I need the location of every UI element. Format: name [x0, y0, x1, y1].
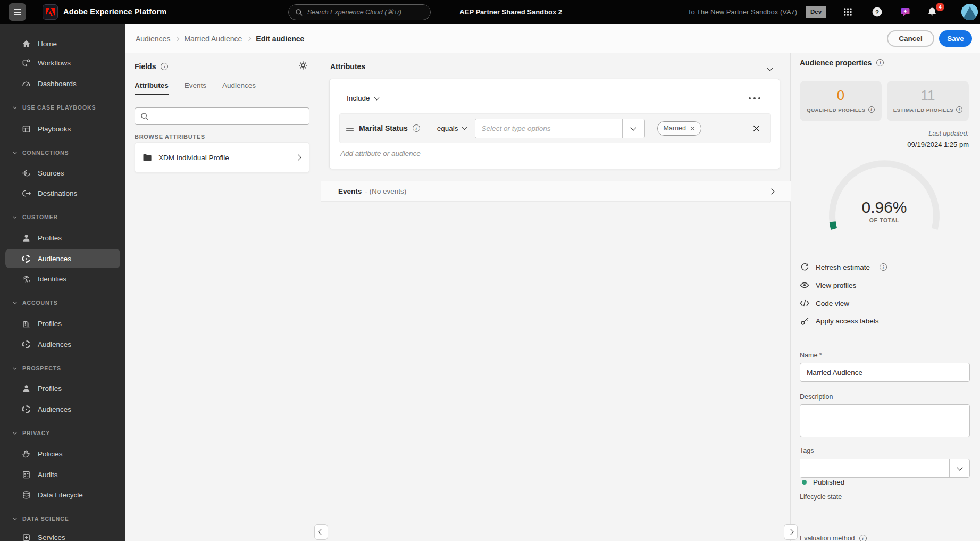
help-icon: ? — [872, 7, 882, 17]
value-dropdown-button[interactable] — [622, 119, 644, 138]
info-icon[interactable]: i — [956, 106, 962, 113]
code-view-link[interactable]: Code view — [800, 297, 849, 310]
sidebar-section-customer[interactable]: CUSTOMER — [13, 213, 119, 221]
info-icon[interactable]: i — [859, 535, 867, 541]
attribute-search-input[interactable] — [153, 112, 304, 120]
gear-icon — [298, 61, 308, 70]
sidebar-section-accounts[interactable]: ACCOUNTS — [13, 298, 119, 307]
global-search-input[interactable] — [307, 9, 424, 16]
events-title: Events — [338, 187, 362, 195]
view-profiles-link[interactable]: View profiles — [800, 279, 856, 292]
global-search[interactable] — [288, 4, 431, 20]
events-section-header[interactable]: Events - (No events) — [321, 181, 791, 202]
collapse-fields-panel-button[interactable] — [314, 524, 328, 540]
sidebar-item-prospect-profiles[interactable]: Profiles — [5, 379, 120, 398]
main-content: Audiences Married Audience Edit audience… — [125, 24, 980, 541]
sidebar-item-account-audiences[interactable]: Audiences — [5, 335, 120, 354]
destinations-icon — [21, 188, 31, 198]
sidebar-item-identities[interactable]: Identities — [5, 269, 120, 288]
info-icon[interactable]: i — [868, 106, 875, 113]
fields-settings-button[interactable] — [298, 61, 308, 70]
sidebar-item-destinations[interactable]: Destinations — [5, 184, 120, 203]
sidebar-item-prospect-audiences[interactable]: Audiences — [5, 399, 120, 419]
evaluation-method-label-row: Evaluation method i — [800, 535, 867, 541]
chevron-down-icon — [13, 366, 17, 370]
sidebar-item-customer-audiences[interactable]: Audiences — [5, 249, 120, 268]
sidebar-section-privacy[interactable]: PRIVACY — [13, 429, 119, 437]
browse-attributes-label: BROWSE ATTRIBUTES — [135, 134, 205, 140]
feedback-icon — [900, 7, 910, 17]
tag-label: Married — [664, 124, 686, 132]
add-attribute-hint[interactable]: Add attribute or audience — [340, 149, 421, 157]
adobe-logo[interactable] — [43, 4, 58, 20]
sidebar-item-home[interactable]: Home — [5, 34, 120, 53]
feedback-button[interactable] — [896, 0, 914, 24]
sidebar-item-dashboards[interactable]: Dashboards — [5, 74, 120, 93]
sidebar-item-account-profiles[interactable]: Profiles — [5, 314, 120, 333]
app-switcher-button[interactable] — [839, 0, 857, 24]
info-icon[interactable]: i — [880, 263, 887, 271]
sidebar-item-sources[interactable]: Sources — [5, 163, 120, 182]
sandbox-name[interactable]: To The New Partner Sandbox (VA7) — [688, 0, 797, 24]
sources-icon — [21, 168, 31, 178]
sidebar-item-services[interactable]: Services — [5, 528, 120, 541]
sidebar-item-data-lifecycle[interactable]: Data Lifecycle — [5, 485, 120, 504]
breadcrumb-current: Edit audience — [256, 35, 304, 43]
building-icon — [21, 319, 31, 328]
info-icon[interactable]: i — [876, 59, 884, 66]
folder-icon — [143, 153, 152, 162]
tab-events[interactable]: Events — [185, 81, 206, 95]
divider — [800, 310, 970, 310]
env-badge: Dev — [806, 6, 826, 18]
attributes-collapse-button[interactable] — [765, 61, 775, 75]
info-icon[interactable]: i — [161, 63, 168, 70]
estimated-profiles-card: 11 ESTIMATED PROFILES i — [887, 81, 969, 121]
value-input[interactable] — [475, 119, 622, 138]
sidebar-item-audits[interactable]: Audits — [5, 465, 120, 484]
value-combobox — [475, 119, 645, 138]
operator-dropdown[interactable]: equals — [437, 124, 466, 132]
refresh-estimate-link[interactable]: Refresh estimate i — [800, 261, 887, 273]
remove-tag-icon[interactable] — [690, 126, 695, 131]
sidebar-item-policies[interactable]: Policies — [5, 444, 120, 463]
collapse-properties-panel-button[interactable] — [784, 524, 798, 540]
sidebar-item-playbooks[interactable]: Playbooks — [5, 119, 120, 138]
lifecycle-state-value: Published — [813, 478, 844, 486]
remove-rule-button[interactable] — [752, 124, 761, 133]
name-input[interactable] — [800, 363, 970, 382]
hamburger-menu-button[interactable] — [9, 3, 26, 21]
breadcrumb-audiences[interactable]: Audiences — [136, 35, 170, 43]
tags-input[interactable] — [800, 459, 949, 477]
xdm-individual-profile-row[interactable]: XDM Individual Profile — [135, 142, 309, 173]
hand-icon — [21, 449, 31, 459]
help-button[interactable]: ? — [868, 0, 886, 24]
breadcrumb-married-audience[interactable]: Married Audience — [184, 35, 242, 43]
status-dot-icon — [802, 480, 807, 485]
drag-handle-icon[interactable] — [346, 126, 354, 131]
save-button[interactable]: Save — [939, 30, 972, 47]
selected-value-tag[interactable]: Married — [657, 121, 701, 136]
attribute-search[interactable] — [135, 107, 309, 125]
apply-access-labels-link[interactable]: Apply access labels — [800, 314, 879, 327]
tags-dropdown-button[interactable] — [949, 459, 969, 477]
code-icon — [800, 298, 809, 308]
sidebar-section-data-science[interactable]: DATA SCIENCE — [13, 514, 119, 523]
refresh-icon — [800, 262, 809, 272]
chevron-down-icon — [462, 125, 467, 130]
chevron-left-icon — [318, 529, 324, 535]
sidebar-item-workflows[interactable]: Workflows — [5, 53, 120, 72]
include-dropdown[interactable]: Include — [347, 94, 379, 102]
tab-audiences[interactable]: Audiences — [222, 81, 256, 95]
user-avatar[interactable] — [961, 4, 978, 20]
org-name[interactable]: AEP Partner Shared Sandbox 2 — [459, 0, 562, 24]
adobe-a-icon — [46, 8, 55, 16]
sidebar-item-customer-profiles[interactable]: Profiles — [5, 228, 120, 247]
sidebar-section-prospects[interactable]: PROSPECTS — [13, 364, 119, 372]
sidebar-section-connections[interactable]: CONNECTIONS — [13, 148, 119, 157]
cancel-button[interactable]: Cancel — [887, 30, 934, 47]
tab-attributes[interactable]: Attributes — [135, 81, 169, 95]
sidebar-section-use-case-playbooks[interactable]: USE CASE PLAYBOOKS — [13, 103, 119, 112]
info-icon[interactable]: i — [413, 124, 420, 132]
description-textarea[interactable] — [800, 404, 970, 437]
more-options-button[interactable] — [747, 95, 763, 102]
